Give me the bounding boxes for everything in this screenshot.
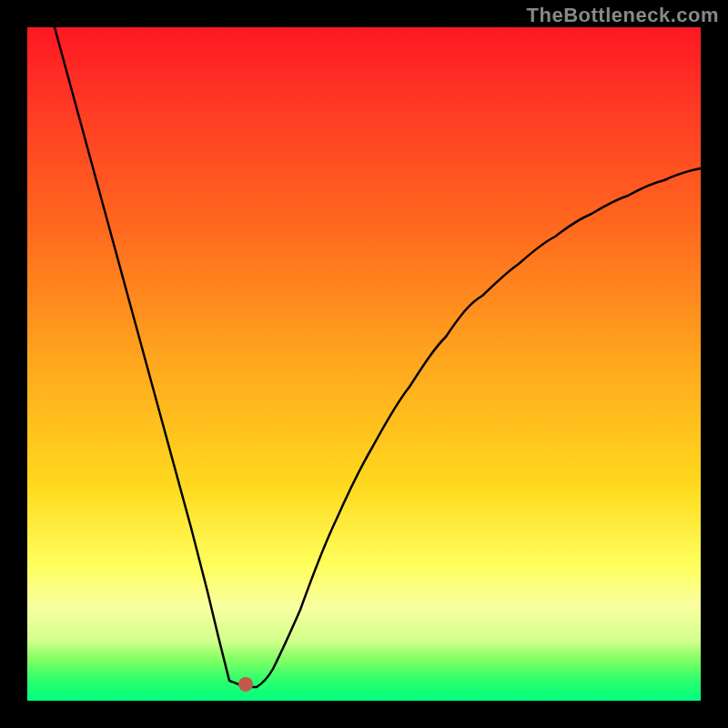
curve-svg: [27, 27, 701, 701]
attribution-text: TheBottleneck.com: [527, 4, 719, 27]
bottleneck-curve: [55, 27, 701, 687]
chart-frame: TheBottleneck.com: [0, 0, 728, 728]
optimum-marker: [238, 677, 253, 692]
plot-area: [27, 27, 701, 701]
